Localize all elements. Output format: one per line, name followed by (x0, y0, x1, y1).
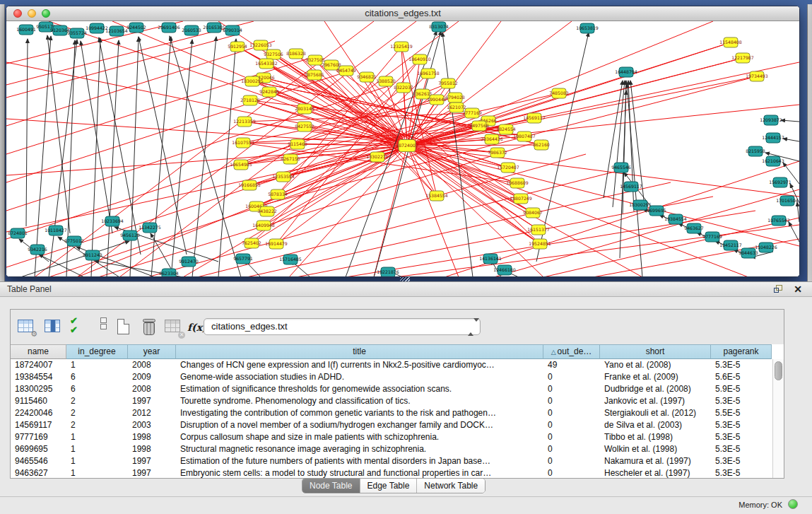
graph-node[interactable]: 8186328 (286, 49, 306, 59)
graph-node[interactable]: 16961758 (417, 69, 440, 78)
graph-node[interactable]: 9242848 (259, 87, 279, 97)
cell-out_de[interactable]: 0 (543, 443, 600, 455)
cell-name[interactable]: 9699695 (11, 443, 66, 455)
graph-node[interactable]: 9465546 (611, 163, 631, 173)
graph-node[interactable]: 8623304 (159, 269, 179, 277)
graph-node[interactable]: 15692971 (769, 177, 792, 187)
zoom-window-button[interactable] (42, 9, 50, 18)
cell-name[interactable]: 18724007 (11, 359, 66, 371)
graph-node[interactable]: 12353594 (272, 172, 295, 182)
tab-edge-table[interactable]: Edge Table (360, 479, 418, 493)
table-row[interactable]: 911546021997Tourette syndrome. Phenomeno… (11, 395, 772, 407)
tab-network-table[interactable]: Network Table (417, 479, 485, 493)
graph-node[interactable]: 16448794 (615, 67, 637, 77)
column-header-name[interactable]: name (11, 344, 66, 359)
graph-node[interactable]: 2718126 (240, 95, 260, 105)
cell-in_degree[interactable]: 1 (66, 467, 128, 478)
graph-node[interactable]: 12093872 (760, 115, 782, 125)
graph-node[interactable]: 7625402 (242, 238, 261, 248)
table-row[interactable]: 1872400712008Changes of HCN gene express… (11, 359, 772, 371)
graph-node[interactable]: 9244502 (126, 23, 146, 33)
graph-node[interactable]: 6790314 (223, 25, 242, 35)
cell-year[interactable]: 2008 (128, 383, 176, 395)
cell-pagerank[interactable]: 5.9E-5 (711, 383, 772, 395)
graph-node[interactable]: 1600491 (16, 25, 36, 35)
table-row[interactable]: 969969511998Structural magnetic resonanc… (11, 443, 772, 455)
cell-out_de[interactable]: 0 (543, 371, 600, 383)
graph-node[interactable]: 15716485 (279, 255, 302, 264)
cell-in_degree[interactable]: 2 (66, 407, 128, 419)
graph-node[interactable]: 13226053 (249, 40, 272, 50)
graph-node[interactable]: 9456120 (120, 230, 140, 240)
graph-node[interactable]: 9327506 (264, 49, 283, 59)
cell-year[interactable]: 2009 (128, 371, 176, 383)
cell-short[interactable]: de Silva et al. (2003) (600, 419, 711, 431)
cell-pagerank[interactable]: 5.3E-5 (711, 467, 772, 478)
cell-name[interactable]: 19384554 (11, 371, 66, 383)
cell-name[interactable]: 9777169 (11, 431, 66, 443)
cell-pagerank[interactable]: 5.3E-5 (711, 359, 772, 371)
column-header-pagerank[interactable]: pagerank (711, 344, 772, 359)
graph-node[interactable]: 3824554 (496, 124, 516, 134)
graph-node[interactable]: 14136141 (479, 254, 502, 264)
cell-year[interactable]: 1998 (128, 431, 176, 443)
graph-node[interactable]: 8313074 (429, 22, 449, 32)
cell-year[interactable]: 1997 (128, 467, 176, 478)
cell-in_degree[interactable]: 2 (66, 395, 128, 407)
table-row[interactable]: 977716911998Corpus callosum shape and si… (11, 431, 772, 443)
graph-node[interactable]: 8322037 (394, 83, 413, 93)
cell-pagerank[interactable]: 5.3E-5 (711, 455, 772, 467)
column-header-in_degree[interactable]: in_degree (66, 344, 128, 359)
cell-year[interactable]: 1997 (128, 455, 176, 467)
cell-name[interactable]: 18300295 (11, 383, 66, 395)
close-window-button[interactable] (13, 9, 22, 18)
graph-node[interactable]: 19166855 (238, 180, 261, 190)
cell-title[interactable]: Changes of HCN gene expression and I(f) … (176, 359, 543, 371)
graph-node[interactable]: 10994422 (86, 23, 108, 33)
cell-out_de[interactable]: 0 (543, 383, 600, 395)
graph-node[interactable]: 9346821 (357, 72, 377, 82)
cell-title[interactable]: Corpus callosum shape and size in male p… (176, 431, 543, 443)
cell-name[interactable]: 22420046 (11, 407, 66, 419)
graph-node[interactable]: 9699695 (647, 206, 666, 216)
cell-title[interactable]: Estimation of the future numbers of pati… (176, 455, 543, 467)
cell-short[interactable]: Tibbo et al. (1998) (600, 431, 711, 443)
float-panel-icon[interactable] (774, 285, 784, 294)
graph-node[interactable]: 10452117 (719, 240, 742, 250)
select-all-functions-icon[interactable]: ✔✔ (70, 317, 91, 338)
graph-node[interactable]: 10654985 (230, 160, 252, 170)
graph-node[interactable]: 8724801 (8, 228, 28, 238)
table-mode-icon[interactable]: ⚙ (16, 317, 37, 338)
table-row[interactable]: 2242004622012Investigating the contribut… (11, 407, 772, 419)
graph-node[interactable]: 10118427 (45, 226, 67, 235)
window-titlebar[interactable]: citations_edges.txt (6, 6, 799, 21)
cell-pagerank[interactable]: 5.3E-5 (711, 419, 772, 431)
table-row[interactable]: 946554611997Estimation of the future num… (11, 455, 772, 467)
graph-node[interactable]: 1388520 (376, 76, 396, 86)
graph-node[interactable]: 8215958 (746, 146, 765, 156)
cell-short[interactable]: Stergiakouli et al. (2012) (600, 407, 711, 419)
cell-title[interactable]: Tourette syndrome. Phenomenology and cla… (176, 395, 543, 407)
graph-node[interactable]: 10807487 (513, 132, 536, 141)
graph-node[interactable]: 9775012 (64, 236, 84, 246)
cell-title[interactable]: Genome-wide association studies in ADHD. (176, 371, 543, 383)
cell-year[interactable]: 1998 (128, 443, 176, 455)
graph-node[interactable]: 8427552 (295, 122, 314, 132)
cell-in_degree[interactable]: 6 (66, 371, 128, 383)
delete-trash-icon[interactable] (139, 317, 160, 338)
graph-node[interactable]: 3777169 (462, 108, 482, 118)
graph-node[interactable]: 862160 (533, 140, 550, 150)
new-table-icon[interactable] (114, 317, 135, 338)
graph-node[interactable]: 16409948 (252, 221, 275, 230)
graph-node[interactable]: 20691406 (158, 23, 180, 33)
cell-out_de[interactable]: 49 (543, 359, 600, 371)
clear-rows-icon[interactable] (93, 317, 114, 338)
graph-node[interactable]: 6497568 (469, 121, 489, 131)
cell-year[interactable]: 2008 (128, 359, 176, 371)
table-row[interactable]: 946362711997Embryonic stem cells: a mode… (11, 467, 772, 478)
table-row[interactable]: 1938455462009Genome-wide association stu… (11, 371, 772, 383)
graph-node[interactable]: 16210643 (762, 156, 784, 166)
cell-in_degree[interactable]: 6 (66, 383, 128, 395)
column-header-short[interactable]: short (600, 344, 711, 359)
cell-title[interactable]: Disruption of a novel member of a sodium… (176, 419, 543, 431)
